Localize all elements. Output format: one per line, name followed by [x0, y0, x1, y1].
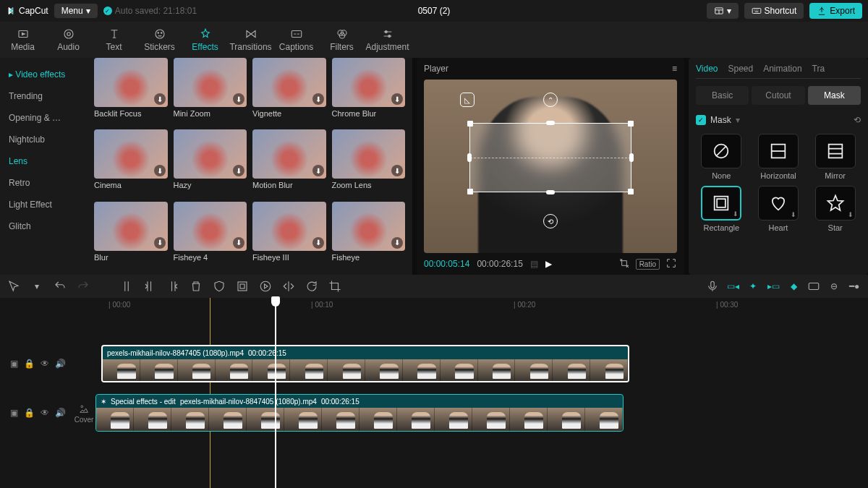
clip-effects-1[interactable]: Special effects - editpexels-mikhail-nil… — [95, 394, 624, 432]
sidebar-item-lens[interactable]: Lens — [0, 150, 87, 172]
tab-effects[interactable]: Effects — [182, 22, 228, 58]
sidebar-item-nightclub[interactable]: Nightclub — [0, 129, 87, 150]
effect-mini-zoom[interactable]: ⬇Mini Zoom — [174, 58, 247, 124]
download-icon[interactable]: ⬇ — [312, 237, 324, 249]
mask-shape-horizontal[interactable]: Horizontal — [753, 134, 804, 180]
eye-icon[interactable]: 👁 — [41, 408, 49, 418]
effect-zoom-lens[interactable]: ⬇Zoom Lens — [332, 129, 406, 195]
download-icon[interactable]: ⬇ — [154, 165, 166, 176]
sidebar-item-glitch[interactable]: Glitch — [0, 215, 87, 237]
download-icon[interactable]: ⬇ — [233, 237, 244, 249]
zoom-slider[interactable]: ━● — [848, 280, 861, 293]
download-icon[interactable]: ⬇ — [154, 237, 166, 249]
download-icon[interactable]: ⬇ — [233, 165, 244, 176]
sidebar-header[interactable]: Video effects — [0, 64, 87, 85]
tab-stickers[interactable]: Stickers — [137, 22, 182, 58]
split-tool[interactable] — [120, 280, 133, 293]
rtab-tra[interactable]: Tra — [812, 64, 825, 74]
fullscreen-icon[interactable] — [665, 257, 677, 271]
reset-icon[interactable]: ⟲ — [854, 115, 861, 125]
effect-backlit-focus[interactable]: ⬇Backlit Focus — [94, 58, 168, 124]
effect-chrome-blur[interactable]: ⬇Chrome Blur — [332, 58, 406, 124]
redo-button[interactable] — [77, 280, 90, 293]
sidebar-item-trending[interactable]: Trending — [0, 85, 87, 107]
effect-fisheye[interactable]: ⬇Fisheye — [332, 202, 406, 267]
track-tool-1[interactable]: ✦ — [746, 280, 760, 293]
sidebar-item-opening-[interactable]: Opening & … — [0, 107, 87, 129]
effect-hazy[interactable]: ⬇Hazy — [174, 129, 247, 195]
tab-filters[interactable]: Filters — [319, 22, 365, 58]
download-icon[interactable]: ⬇ — [391, 237, 403, 249]
mask-shape-star[interactable]: ⬇Star — [809, 186, 861, 232]
shortcut-button[interactable]: Shortcut — [744, 3, 804, 19]
download-icon[interactable]: ⬇ — [391, 93, 403, 105]
reverse-tool[interactable] — [259, 280, 272, 293]
player-menu-icon[interactable]: ≡ — [672, 64, 677, 74]
select-tool[interactable] — [7, 280, 20, 293]
effect-vignette[interactable]: ⬇Vignette — [252, 58, 326, 124]
tab-text[interactable]: Text — [91, 22, 137, 58]
effect-motion-blur[interactable]: ⬇Motion Blur — [252, 129, 326, 195]
trim-right-tool[interactable] — [166, 280, 179, 293]
subtab-mask[interactable]: Mask — [808, 86, 861, 105]
subtab-basic[interactable]: Basic — [696, 86, 749, 105]
select-dropdown[interactable]: ▾ — [30, 280, 43, 293]
crop-tool[interactable] — [328, 280, 341, 293]
zoom-out[interactable]: ⊖ — [827, 280, 841, 293]
crop-icon[interactable] — [618, 257, 630, 271]
preview-tool[interactable] — [807, 280, 820, 293]
timeline[interactable]: | 00:00| 00:10| 00:20| 00:30 ▣ 🔒 👁 🔊 pex… — [0, 298, 868, 488]
track-1-controls[interactable]: ▣ 🔒 👁 🔊 — [0, 359, 72, 369]
lock-icon[interactable]: 🔒 — [24, 408, 35, 418]
mask-rectangle[interactable] — [469, 123, 631, 192]
download-icon[interactable]: ⬇ — [154, 93, 166, 105]
rtab-speed[interactable]: Speed — [728, 64, 753, 74]
tab-adjustment[interactable]: Adjustment — [365, 22, 410, 58]
mic-icon[interactable] — [706, 280, 719, 293]
mirror-tool[interactable] — [282, 280, 295, 293]
shield-tool[interactable] — [213, 280, 226, 293]
effect-fisheye-iii[interactable]: ⬇Fisheye III — [252, 202, 326, 267]
sidebar-item-light-effect[interactable]: Light Effect — [0, 194, 87, 215]
player-viewport[interactable]: ◺ ⌃ ⟲ — [424, 80, 677, 253]
collapse-icon[interactable]: ▣ — [10, 408, 18, 418]
mask-move-up-icon[interactable]: ⌃ — [543, 93, 558, 107]
frame-tool[interactable] — [236, 280, 249, 293]
tab-media[interactable]: Media — [0, 22, 46, 58]
track-tool-3[interactable]: ◆ — [787, 280, 800, 293]
rtab-animation[interactable]: Animation — [763, 64, 801, 74]
mask-shape-none[interactable]: None — [696, 134, 747, 180]
menu-button[interactable]: Menu ▾ — [54, 4, 98, 18]
subtab-cutout[interactable]: Cutout — [752, 86, 804, 105]
download-icon[interactable]: ⬇ — [312, 165, 324, 176]
magnet-tool[interactable]: ▭◂ — [726, 280, 739, 293]
playhead[interactable] — [275, 298, 276, 488]
delete-tool[interactable] — [190, 280, 203, 293]
export-button[interactable]: Export — [809, 3, 862, 19]
mask-corner-icon[interactable]: ◺ — [460, 93, 475, 107]
sidebar-item-retro[interactable]: Retro — [0, 172, 87, 194]
lock-icon[interactable]: 🔒 — [24, 359, 35, 369]
mute-icon[interactable]: 🔊 — [55, 359, 66, 369]
download-icon[interactable]: ⬇ — [391, 165, 403, 176]
download-icon[interactable]: ⬇ — [312, 93, 324, 105]
collapse-icon[interactable]: ▣ — [10, 359, 18, 369]
tab-transitions[interactable]: Transitions — [228, 22, 273, 58]
mask-shape-rectangle[interactable]: ⬇Rectangle — [696, 186, 747, 232]
eye-icon[interactable]: 👁 — [41, 359, 49, 369]
effect-cinema[interactable]: ⬇Cinema — [94, 129, 168, 195]
track-2-controls[interactable]: ▣ 🔒 👁 🔊 — [0, 408, 72, 418]
mute-icon[interactable]: 🔊 — [55, 408, 66, 418]
rotate-tool[interactable] — [305, 280, 318, 293]
mask-rotate-icon[interactable]: ⟲ — [543, 214, 558, 228]
ratio-button[interactable]: Ratio — [636, 259, 660, 270]
rtab-video[interactable]: Video — [696, 64, 718, 74]
mask-shape-heart[interactable]: ⬇Heart — [753, 186, 804, 232]
track-tool-2[interactable]: ▸▭ — [767, 280, 780, 293]
download-icon[interactable]: ⬇ — [233, 93, 244, 105]
layout-button[interactable]: ▾ — [707, 3, 739, 19]
list-icon[interactable]: ▤ — [530, 259, 538, 269]
mask-checkbox[interactable]: ✓ — [696, 115, 706, 125]
trim-left-tool[interactable] — [143, 280, 156, 293]
cover-button[interactable]: Cover — [72, 403, 95, 424]
